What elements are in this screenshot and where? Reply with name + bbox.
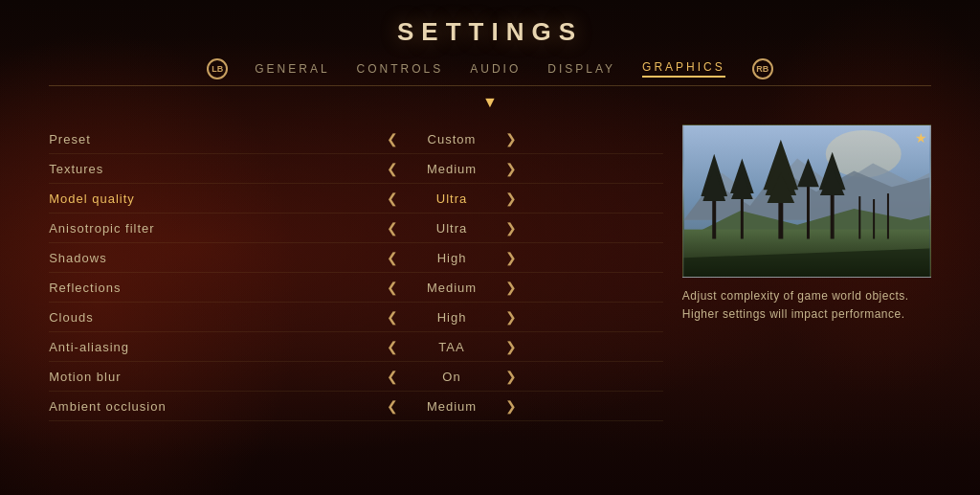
nav-item-display[interactable]: DISPLAY (547, 62, 615, 76)
setting-row-ambient-occlusion[interactable]: Ambient occlusion❮Medium❯ (49, 392, 663, 421)
setting-label-4: Shadows (49, 251, 240, 265)
setting-value-1: Medium (413, 162, 490, 176)
setting-row-motion-blur[interactable]: Motion blur❮On❯ (49, 362, 663, 392)
setting-label-7: Anti-aliasing (49, 340, 240, 354)
setting-label-0: Preset (49, 132, 240, 146)
chevron-right-1[interactable]: ❯ (505, 161, 517, 176)
info-description: Adjust complexity of game world objects.… (682, 287, 931, 324)
svg-rect-21 (858, 196, 860, 238)
chevron-right-9[interactable]: ❯ (505, 398, 517, 414)
chevron-left-8[interactable]: ❮ (387, 369, 398, 384)
chevron-right-4[interactable]: ❯ (505, 250, 517, 265)
main-content: Preset❮Custom❯Textures❮Medium❯Model qual… (49, 124, 931, 421)
nav-item-controls[interactable]: CONTROLS (357, 62, 444, 76)
setting-label-2: Model quality (49, 191, 240, 206)
setting-value-7: TAA (413, 340, 490, 354)
main-container: SETTINGS LB GENERAL CONTROLS AUDIO DISPL… (0, 0, 980, 495)
svg-rect-22 (873, 199, 875, 238)
setting-value-8: On (413, 370, 490, 384)
svg-rect-16 (807, 180, 810, 238)
nav-item-audio[interactable]: AUDIO (470, 62, 521, 76)
setting-value-4: High (413, 251, 490, 265)
rb-button[interactable]: RB (752, 58, 773, 79)
setting-value-3: Ultra (413, 221, 490, 236)
chevron-right-7[interactable]: ❯ (505, 339, 517, 354)
nav-item-general[interactable]: GENERAL (255, 62, 329, 76)
setting-row-model-quality[interactable]: Model quality❮Ultra❯ (49, 184, 663, 214)
setting-label-1: Textures (49, 162, 240, 176)
chevron-right-5[interactable]: ❯ (505, 280, 517, 295)
setting-row-shadows[interactable]: Shadows❮High❯ (49, 243, 663, 273)
setting-row-anti-aliasing[interactable]: Anti-aliasing❮TAA❯ (49, 332, 663, 362)
setting-value-9: Medium (413, 399, 490, 414)
chevron-left-2[interactable]: ❮ (387, 191, 398, 206)
chevron-right-3[interactable]: ❯ (505, 220, 517, 236)
svg-rect-23 (887, 193, 889, 238)
setting-row-clouds[interactable]: Clouds❮High❯ (49, 303, 663, 332)
info-image: ★ (682, 124, 931, 278)
chevron-right-8[interactable]: ❯ (505, 369, 517, 384)
chevron-left-3[interactable]: ❮ (387, 220, 398, 236)
chevron-right-6[interactable]: ❯ (505, 309, 517, 325)
settings-list: Preset❮Custom❯Textures❮Medium❯Model qual… (49, 124, 663, 421)
chevron-left-6[interactable]: ❮ (387, 309, 398, 325)
setting-value-6: High (413, 310, 490, 325)
chevron-left-4[interactable]: ❮ (387, 250, 398, 265)
chevron-right-2[interactable]: ❯ (505, 191, 517, 206)
active-tab-chevron: ▼ (482, 94, 498, 111)
chevron-right-0[interactable]: ❯ (505, 131, 517, 146)
setting-label-9: Ambient occlusion (49, 399, 240, 414)
chevron-left-0[interactable]: ❮ (387, 131, 398, 146)
setting-value-2: Ultra (413, 191, 490, 206)
setting-row-anisotropic-filter[interactable]: Anisotropic filter❮Ultra❯ (49, 214, 663, 243)
setting-label-6: Clouds (49, 310, 240, 325)
page-title: SETTINGS (397, 17, 583, 47)
chevron-left-1[interactable]: ❮ (387, 161, 398, 176)
nav-item-graphics[interactable]: GRAPHICS (642, 60, 725, 78)
navigation-bar: LB GENERAL CONTROLS AUDIO DISPLAY GRAPHI… (49, 58, 931, 86)
chevron-left-9[interactable]: ❮ (387, 398, 398, 414)
lb-button[interactable]: LB (207, 58, 228, 79)
setting-label-3: Anisotropic filter (49, 221, 240, 236)
chevron-left-5[interactable]: ❮ (387, 280, 398, 295)
info-panel: ★ Adjust complexity of game world object… (682, 124, 931, 421)
setting-row-preset[interactable]: Preset❮Custom❯ (49, 124, 663, 154)
setting-row-reflections[interactable]: Reflections❮Medium❯ (49, 273, 663, 303)
setting-row-textures[interactable]: Textures❮Medium❯ (49, 154, 663, 184)
setting-value-5: Medium (413, 281, 490, 295)
chevron-left-7[interactable]: ❮ (387, 339, 398, 354)
setting-label-8: Motion blur (49, 370, 240, 384)
svg-text:★: ★ (914, 130, 926, 146)
setting-value-0: Custom (413, 132, 490, 146)
setting-label-5: Reflections (49, 281, 240, 295)
